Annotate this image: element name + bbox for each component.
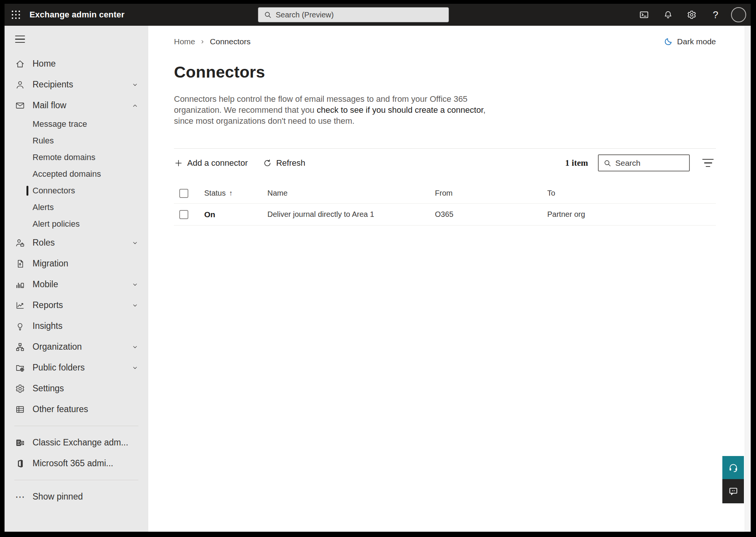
sidebar-item-label: Organization <box>33 342 82 352</box>
nav-collapse-button[interactable] <box>15 36 25 43</box>
powershell-button[interactable] <box>636 6 652 23</box>
create-connector-link[interactable]: check to see if you should create a conn… <box>317 105 483 115</box>
row-checkbox[interactable] <box>179 210 188 219</box>
app-title: Exchange admin center <box>29 10 124 20</box>
list-toolbar: Add a connector Refresh 1 item <box>174 148 716 177</box>
search-icon <box>603 159 612 167</box>
sidebar-item-label: Settings <box>33 383 64 394</box>
dark-mode-label: Dark mode <box>677 37 716 46</box>
plus-icon <box>174 159 183 168</box>
moon-icon <box>664 37 673 46</box>
bars-phone-icon <box>15 280 25 290</box>
sidebar-item-accepted-domains[interactable]: Accepted domains <box>5 166 148 182</box>
dark-mode-toggle[interactable]: Dark mode <box>664 37 716 46</box>
sidebar-item-rules[interactable]: Rules <box>5 132 148 149</box>
sidebar-item-mobile[interactable]: Mobile <box>5 274 148 295</box>
filter-button[interactable] <box>700 157 716 169</box>
sidebar-item-label: Other features <box>33 404 88 414</box>
sidebar-item-mail-flow[interactable]: Mail flow <box>5 95 148 116</box>
sidebar-divider <box>14 480 138 480</box>
list-search-input[interactable] <box>615 159 685 168</box>
sort-ascending-icon: ↑ <box>229 189 233 198</box>
row-name[interactable]: Deliver journal directly to Area 1 <box>267 210 435 219</box>
select-all-checkbox[interactable] <box>179 189 188 198</box>
add-connector-button[interactable]: Add a connector <box>174 158 248 168</box>
global-search-box[interactable] <box>258 7 449 22</box>
sidebar-item-organization[interactable]: Organization <box>5 336 148 357</box>
microsoft-365-logo-icon <box>15 459 25 469</box>
sidebar-item-remote-domains[interactable]: Remote domains <box>5 149 148 166</box>
sidebar-item-other-features[interactable]: Other features <box>5 399 148 420</box>
chevron-down-icon <box>132 302 138 309</box>
column-header-to[interactable]: To <box>547 189 716 198</box>
app-launcher-button[interactable] <box>7 4 25 26</box>
filter-icon <box>702 159 714 160</box>
app-window: Exchange admin center ? <box>5 4 751 532</box>
folder-globe-icon <box>15 363 25 373</box>
chevron-right-icon <box>200 39 205 45</box>
sidebar-item-connectors[interactable]: Connectors <box>5 182 148 199</box>
table-header-row: Status ↑ Name From To <box>174 183 716 204</box>
row-to: Partner org <box>547 210 716 219</box>
line-chart-icon <box>15 300 25 310</box>
show-pinned-button[interactable]: ⋯ Show pinned <box>5 486 148 507</box>
refresh-button[interactable]: Refresh <box>263 158 305 168</box>
sidebar-item-insights[interactable]: Insights <box>5 316 148 336</box>
vertical-scrollbar[interactable] <box>745 26 751 532</box>
sidebar-item-home[interactable]: Home <box>5 53 148 74</box>
chevron-down-icon <box>132 344 138 350</box>
search-icon <box>264 11 272 19</box>
sidebar-item-label: Recipients <box>33 79 73 90</box>
page-title: Connectors <box>174 63 716 81</box>
column-header-name[interactable]: Name <box>267 189 435 198</box>
sidebar-item-label: Mail flow <box>33 100 66 111</box>
sidebar-item-settings[interactable]: Settings <box>5 378 148 399</box>
sidebar-item-public-folders[interactable]: Public folders <box>5 357 148 378</box>
breadcrumb-current: Connectors <box>210 37 250 46</box>
support-button[interactable] <box>722 456 744 479</box>
headset-icon <box>728 462 739 473</box>
column-header-from[interactable]: From <box>435 189 547 198</box>
topbar: Exchange admin center ? <box>5 4 751 26</box>
sidebar-item-classic-exchange-admin[interactable]: Classic Exchange adm... <box>5 432 148 453</box>
sidebar-item-label: Public folders <box>33 363 85 373</box>
main-content: Home Connectors Dark mode Connectors Con… <box>148 26 751 532</box>
floating-buttons <box>722 456 744 503</box>
sidebar-item-reports[interactable]: Reports <box>5 295 148 316</box>
sidebar-item-alerts[interactable]: Alerts <box>5 199 148 216</box>
person-briefcase-icon <box>15 238 25 248</box>
sidebar-item-migration[interactable]: Migration <box>5 253 148 274</box>
sidebar-item-alert-policies[interactable]: Alert policies <box>5 216 148 232</box>
sidebar-item-roles[interactable]: Roles <box>5 232 148 253</box>
sidebar-item-label: Classic Exchange adm... <box>33 437 128 448</box>
feedback-button[interactable] <box>722 479 744 503</box>
sidebar-item-recipients[interactable]: Recipients <box>5 74 148 95</box>
sidebar-divider <box>14 426 138 426</box>
item-count: 1 item <box>565 158 588 168</box>
global-search-input[interactable] <box>276 11 443 19</box>
settings-button[interactable] <box>683 6 700 23</box>
chevron-down-icon <box>132 281 138 288</box>
sidebar-item-microsoft-365-admin[interactable]: Microsoft 365 admi... <box>5 453 148 474</box>
sidebar-item-label: Roles <box>33 238 55 248</box>
sidebar-item-label: Migration <box>33 258 68 269</box>
gear-icon <box>687 10 697 20</box>
table-row[interactable]: On Deliver journal directly to Area 1 O3… <box>174 204 716 226</box>
sidebar-item-label: Reports <box>33 300 63 310</box>
topbar-actions: ? <box>636 6 751 23</box>
chevron-down-icon <box>132 364 138 371</box>
help-button[interactable]: ? <box>707 6 724 23</box>
account-avatar[interactable] <box>731 7 746 22</box>
row-status: On <box>204 210 267 219</box>
refresh-icon <box>263 159 272 168</box>
person-icon <box>15 80 25 90</box>
ellipsis-icon: ⋯ <box>15 492 25 502</box>
notifications-button[interactable] <box>660 6 676 23</box>
bell-icon <box>663 10 673 20</box>
chevron-down-icon <box>132 240 138 246</box>
sidebar-item-message-trace[interactable]: Message trace <box>5 116 148 132</box>
breadcrumb-home-link[interactable]: Home <box>174 37 195 46</box>
exchange-logo-icon <box>15 438 25 448</box>
column-header-status[interactable]: Status <box>204 189 226 198</box>
list-search-box[interactable] <box>598 154 690 171</box>
